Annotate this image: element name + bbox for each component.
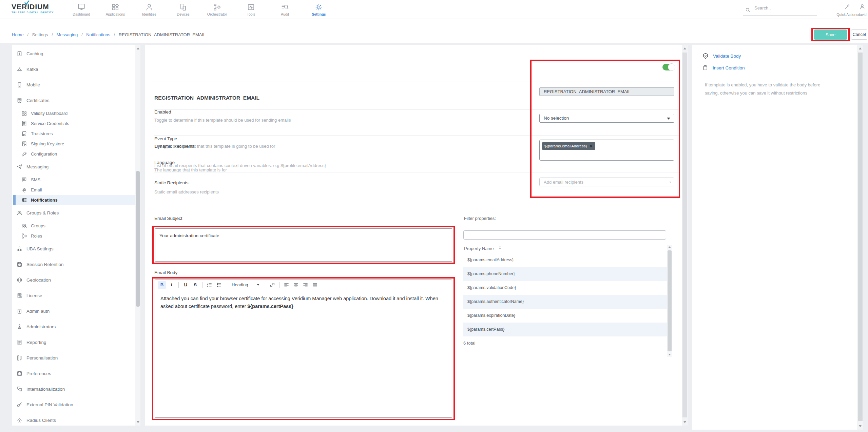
scroll-up-icon[interactable] <box>683 47 686 49</box>
nav-item[interactable]: Tools <box>234 0 268 19</box>
filter-properties-input[interactable] <box>463 230 666 240</box>
nav-item[interactable]: Identities <box>132 0 166 19</box>
underline-button[interactable]: U <box>181 281 190 289</box>
align-right-button[interactable] <box>301 281 310 289</box>
sidebar-item[interactable]: Reporting <box>12 334 135 350</box>
nav-item[interactable]: Orchestrator <box>200 0 234 19</box>
sort-icon[interactable] <box>499 246 501 249</box>
sidebar-item[interactable]: SMS <box>12 174 135 185</box>
sidebar-item[interactable]: Signing Keystore <box>12 139 135 149</box>
sidebar-item[interactable]: Groups & Roles <box>12 205 135 221</box>
breadcrumb-settings[interactable]: Settings <box>32 32 48 37</box>
align-justify-button[interactable] <box>311 281 319 289</box>
right-panel-scrollbar-thumb[interactable] <box>858 53 863 421</box>
remove-tag-icon[interactable] <box>589 144 593 148</box>
property-row[interactable]: ${params.expirationDate} <box>463 309 667 323</box>
property-row[interactable]: ${params.validationCode} <box>463 281 667 295</box>
sidebar-item[interactable]: Groups <box>12 221 135 231</box>
sidebar-item[interactable]: UBA Settings <box>12 241 135 256</box>
sidebar-item[interactable]: Configuration <box>12 149 135 159</box>
chevron-down-icon <box>667 118 670 120</box>
breadcrumb-messaging[interactable]: Messaging <box>56 32 78 37</box>
sidebar-item[interactable]: Certificates <box>12 92 135 108</box>
sidebar-item[interactable]: Kafka <box>12 61 135 77</box>
scroll-up-icon[interactable] <box>668 246 671 248</box>
heading-dropdown[interactable]: Heading <box>229 281 262 289</box>
wand-icon <box>844 3 851 10</box>
language-description: The language that this template is for <box>154 167 227 172</box>
dynamic-recipients-input[interactable]: ${params.emailAddress} <box>539 140 674 161</box>
strikethrough-button[interactable]: S <box>191 281 199 289</box>
property-table-header[interactable]: Property Name <box>463 245 667 253</box>
property-row[interactable]: ${params.certPass} <box>463 323 667 336</box>
top-bar: VERIDIUM TRUSTED DIGITAL IDENTITY Dashbo… <box>0 0 868 19</box>
gear-icon <box>314 3 323 12</box>
sidebar-item[interactable]: Roles <box>12 231 135 241</box>
property-row[interactable]: ${params.phoneNumber} <box>463 267 667 281</box>
nav-item[interactable]: Audit <box>268 0 302 19</box>
breadcrumb-home[interactable]: Home <box>12 32 24 37</box>
sidebar-item[interactable]: Personalisation <box>12 350 135 366</box>
sidebar-item[interactable]: Service Credentials <box>12 118 135 128</box>
static-recipients-input[interactable] <box>539 178 674 186</box>
sidebar-item[interactable]: Truststores <box>12 128 135 139</box>
sidebar-item[interactable]: Session Retention <box>12 256 135 272</box>
property-name: ${params.emailAddress} <box>467 258 514 262</box>
right-panel-scrollbar[interactable] <box>857 45 863 430</box>
breadcrumb-notifications[interactable]: Notifications <box>86 32 110 37</box>
sidebar-item[interactable]: Email <box>12 185 135 195</box>
ordered-list-button[interactable] <box>205 281 214 289</box>
sidebar-item[interactable]: Internationalization <box>12 381 135 397</box>
sidebar-item[interactable]: Administrators <box>12 319 135 334</box>
recipient-tag[interactable]: ${params.emailAddress} <box>542 142 595 150</box>
validate-body-link[interactable]: Validate Body <box>702 53 741 59</box>
email-body-input[interactable]: Attached you can find your browser certi… <box>155 290 452 417</box>
save-button[interactable]: Save <box>814 29 847 40</box>
unordered-list-button[interactable] <box>215 281 223 289</box>
scroll-up-icon[interactable] <box>137 47 139 49</box>
main-scrollbar[interactable] <box>682 45 688 426</box>
scroll-down-icon[interactable] <box>859 425 862 427</box>
property-row[interactable]: ${params.authenticatorName} <box>463 295 667 309</box>
sidebar-item[interactable]: External PIN Validation <box>12 397 135 412</box>
sidebar-item[interactable]: Caching <box>12 46 135 61</box>
search-input[interactable] <box>754 5 814 11</box>
sidebar-item[interactable]: Validity Dashboard <box>12 108 135 118</box>
scroll-down-icon[interactable] <box>683 421 686 423</box>
cancel-button[interactable]: Cancel <box>851 29 867 40</box>
sidebar-scrollbar-thumb[interactable] <box>136 171 140 307</box>
user-menu-button[interactable]: david <box>854 0 868 19</box>
align-left-button[interactable] <box>282 281 291 289</box>
scroll-up-icon[interactable] <box>859 47 862 49</box>
sidebar-item[interactable]: Geolocation <box>12 272 135 288</box>
nav-item[interactable]: Settings <box>302 0 336 19</box>
enabled-toggle[interactable] <box>662 64 675 70</box>
sidebar-item[interactable]: Radius Clients <box>12 412 135 428</box>
sidebar-item[interactable]: Notifications <box>13 195 135 205</box>
main-scrollbar-thumb[interactable] <box>682 53 687 417</box>
italic-button[interactable]: I <box>167 281 176 289</box>
scroll-down-icon[interactable] <box>137 421 139 423</box>
align-center-button[interactable] <box>292 281 300 289</box>
property-table-scrollbar[interactable] <box>667 245 672 357</box>
sidebar-item[interactable]: License <box>12 288 135 303</box>
sidebar-item[interactable]: Messaging <box>12 159 135 174</box>
veridium-logo[interactable]: VERIDIUM TRUSTED DIGITAL IDENTITY <box>12 3 66 14</box>
scroll-down-icon[interactable] <box>668 354 671 355</box>
bold-button[interactable]: B <box>158 281 166 289</box>
clipboard-icon <box>702 65 709 71</box>
nav-item[interactable]: Applications <box>98 0 132 19</box>
language-select[interactable]: No selection <box>539 114 674 123</box>
sidebar-item[interactable]: Admin auth <box>12 303 135 319</box>
nav-item[interactable]: Dashboard <box>64 0 98 19</box>
sidebar-scrollbar[interactable] <box>135 45 140 426</box>
email-subject-input[interactable]: Your administration certificate <box>155 228 452 262</box>
event-type-input[interactable] <box>539 87 674 96</box>
property-table-scrollbar-thumb[interactable] <box>668 250 672 351</box>
property-row[interactable]: ${params.emailAddress} <box>463 253 667 267</box>
link-button[interactable] <box>268 281 276 289</box>
insert-condition-link[interactable]: Insert Condition <box>702 65 745 71</box>
sidebar-item[interactable]: Mobile <box>12 77 135 92</box>
nav-item[interactable]: Devices <box>166 0 200 19</box>
sidebar-item[interactable]: Preferences <box>12 366 135 381</box>
